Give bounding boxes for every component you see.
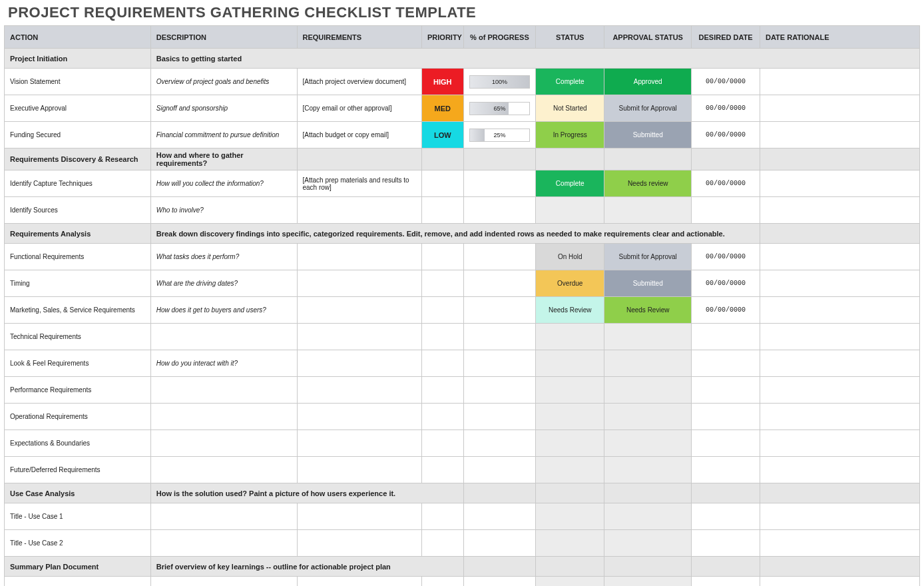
date-cell[interactable] xyxy=(692,577,760,587)
req-cell[interactable] xyxy=(297,297,422,324)
date-cell[interactable]: 00/00/0000 xyxy=(692,270,760,297)
approval-cell[interactable]: Needs review xyxy=(604,170,692,197)
date-cell[interactable] xyxy=(692,404,760,430)
req-cell[interactable] xyxy=(297,404,422,430)
status-cell[interactable]: On Hold xyxy=(536,244,604,270)
desc-cell[interactable] xyxy=(150,577,297,587)
desc-cell[interactable] xyxy=(150,457,297,483)
approval-cell[interactable]: Submitted xyxy=(604,122,692,148)
action-cell[interactable]: Title - Use Case 2 xyxy=(5,530,151,557)
approval-cell[interactable] xyxy=(604,324,692,350)
progress-cell[interactable] xyxy=(463,244,536,270)
priority-cell[interactable] xyxy=(422,197,464,224)
priority-cell[interactable]: LOW xyxy=(422,122,464,148)
priority-cell[interactable] xyxy=(422,324,464,350)
priority-cell[interactable] xyxy=(422,430,464,457)
progress-cell[interactable]: 25% xyxy=(463,122,536,148)
rationale-cell[interactable] xyxy=(760,122,920,148)
progress-cell[interactable] xyxy=(463,377,536,404)
desc-cell[interactable] xyxy=(150,503,297,530)
status-cell[interactable]: Complete xyxy=(536,170,604,197)
desc-cell[interactable]: Financial commitment to pursue definitio… xyxy=(150,122,297,148)
rationale-cell[interactable] xyxy=(760,430,920,457)
desc-cell[interactable]: What are the driving dates? xyxy=(150,270,297,297)
desc-cell[interactable]: Overview of project goals and benefits xyxy=(150,69,297,95)
rationale-cell[interactable] xyxy=(760,170,920,197)
desc-cell[interactable] xyxy=(150,324,297,350)
action-cell[interactable]: Expectations & Boundaries xyxy=(5,430,151,457)
approval-cell[interactable] xyxy=(604,503,692,530)
priority-cell[interactable] xyxy=(422,530,464,557)
priority-cell[interactable]: MED xyxy=(422,95,464,122)
req-cell[interactable] xyxy=(297,197,422,224)
rationale-cell[interactable] xyxy=(760,350,920,377)
approval-cell[interactable] xyxy=(604,430,692,457)
status-cell[interactable] xyxy=(536,350,604,377)
action-cell[interactable]: Performance Requirements xyxy=(5,377,151,404)
req-cell[interactable] xyxy=(297,324,422,350)
status-cell[interactable]: Not Started xyxy=(536,95,604,122)
req-cell[interactable] xyxy=(297,503,422,530)
req-cell[interactable] xyxy=(297,350,422,377)
approval-cell[interactable] xyxy=(604,404,692,430)
action-cell[interactable]: Look & Feel Requirements xyxy=(5,350,151,377)
req-cell[interactable] xyxy=(297,530,422,557)
progress-cell[interactable] xyxy=(463,350,536,377)
progress-cell[interactable] xyxy=(463,170,536,197)
desc-cell[interactable]: Who to involve? xyxy=(150,197,297,224)
status-cell[interactable] xyxy=(536,430,604,457)
priority-cell[interactable] xyxy=(422,170,464,197)
rationale-cell[interactable] xyxy=(760,404,920,430)
approval-cell[interactable] xyxy=(604,350,692,377)
approval-cell[interactable] xyxy=(604,530,692,557)
rationale-cell[interactable] xyxy=(760,324,920,350)
approval-cell[interactable]: Needs Review xyxy=(604,297,692,324)
rationale-cell[interactable] xyxy=(760,69,920,95)
desc-cell[interactable] xyxy=(150,430,297,457)
progress-cell[interactable] xyxy=(463,457,536,483)
action-cell[interactable]: Future/Deferred Requirements xyxy=(5,457,151,483)
rationale-cell[interactable] xyxy=(760,95,920,122)
priority-cell[interactable] xyxy=(422,503,464,530)
date-cell[interactable] xyxy=(692,457,760,483)
rationale-cell[interactable] xyxy=(760,530,920,557)
approval-cell[interactable]: Submit for Approval xyxy=(604,95,692,122)
action-cell[interactable]: Operational Requirements xyxy=(5,404,151,430)
req-cell[interactable]: [Copy email or other approval] xyxy=(297,95,422,122)
action-cell[interactable]: Identify Sources xyxy=(5,197,151,224)
approval-cell[interactable]: Submitted xyxy=(604,270,692,297)
req-cell[interactable] xyxy=(297,244,422,270)
progress-cell[interactable] xyxy=(463,530,536,557)
req-cell[interactable] xyxy=(297,430,422,457)
progress-cell[interactable] xyxy=(463,430,536,457)
date-cell[interactable]: 00/00/0000 xyxy=(692,244,760,270)
desc-cell[interactable] xyxy=(150,530,297,557)
progress-cell[interactable] xyxy=(463,503,536,530)
progress-cell[interactable] xyxy=(463,577,536,587)
priority-cell[interactable]: HIGH xyxy=(422,69,464,95)
approval-cell[interactable]: Approved xyxy=(604,69,692,95)
priority-cell[interactable] xyxy=(422,297,464,324)
req-cell[interactable]: [Attach project overview document] xyxy=(297,69,422,95)
rationale-cell[interactable] xyxy=(760,577,920,587)
action-cell[interactable]: Executive Summary xyxy=(5,577,151,587)
desc-cell[interactable] xyxy=(150,377,297,404)
status-cell[interactable] xyxy=(536,197,604,224)
req-cell[interactable]: [Attach budget or copy email] xyxy=(297,122,422,148)
desc-cell[interactable]: Signoff and sponsorship xyxy=(150,95,297,122)
progress-cell[interactable] xyxy=(463,324,536,350)
action-cell[interactable]: Technical Requirements xyxy=(5,324,151,350)
action-cell[interactable]: Funding Secured xyxy=(5,122,151,148)
rationale-cell[interactable] xyxy=(760,197,920,224)
approval-cell[interactable] xyxy=(604,377,692,404)
status-cell[interactable] xyxy=(536,404,604,430)
status-cell[interactable] xyxy=(536,324,604,350)
status-cell[interactable]: Complete xyxy=(536,69,604,95)
action-cell[interactable]: Vision Statement xyxy=(5,69,151,95)
date-cell[interactable] xyxy=(692,530,760,557)
date-cell[interactable] xyxy=(692,430,760,457)
action-cell[interactable]: Functional Requirements xyxy=(5,244,151,270)
date-cell[interactable] xyxy=(692,197,760,224)
priority-cell[interactable] xyxy=(422,270,464,297)
progress-cell[interactable]: 65% xyxy=(463,95,536,122)
